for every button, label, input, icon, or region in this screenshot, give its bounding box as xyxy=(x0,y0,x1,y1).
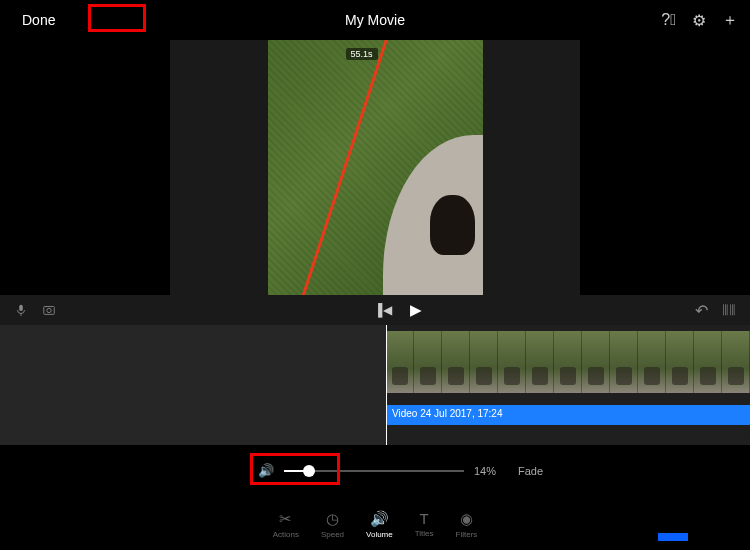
microphone-icon[interactable] xyxy=(14,303,28,317)
annotation-marker xyxy=(658,533,688,541)
volume-control: 🔊 14% Fade xyxy=(258,463,543,478)
app-root: Done My Movie ?⃝ ⚙ ＋ 55.1s ▐◀ xyxy=(0,0,750,550)
volume-slider-thumb[interactable] xyxy=(303,465,315,477)
undo-icon[interactable]: ↶ xyxy=(695,301,708,320)
controls-panel: 🔊 14% Fade ✂ Actions ◷ Speed 🔊 Volume xyxy=(0,445,750,545)
scissors-icon: ✂ xyxy=(279,510,292,528)
svg-point-2 xyxy=(47,308,51,312)
preview-pillarbox-left xyxy=(0,40,170,295)
settings-icon[interactable]: ⚙ xyxy=(692,11,706,30)
tab-label: Titles xyxy=(415,529,434,538)
tab-filters[interactable]: ◉ Filters xyxy=(456,510,478,539)
tab-titles[interactable]: T Titles xyxy=(415,510,434,539)
tab-actions[interactable]: ✂ Actions xyxy=(273,510,299,539)
svg-rect-1 xyxy=(44,307,55,315)
clip-thumbnails[interactable] xyxy=(386,331,750,393)
header: Done My Movie ?⃝ ⚙ ＋ xyxy=(0,0,750,40)
done-button[interactable]: Done xyxy=(12,8,65,32)
transport-toolbar: ▐◀ ▶ ↶ ⦀⦀ xyxy=(0,295,750,325)
help-icon[interactable]: ?⃝ xyxy=(661,11,676,29)
volume-slider[interactable] xyxy=(284,470,464,472)
waveform-icon[interactable]: ⦀⦀ xyxy=(722,301,736,320)
add-icon[interactable]: ＋ xyxy=(722,10,738,31)
play-icon[interactable]: ▶ xyxy=(410,301,422,319)
tab-label: Actions xyxy=(273,530,299,539)
camera-icon[interactable] xyxy=(42,303,56,317)
tab-label: Volume xyxy=(366,530,393,539)
video-content-subject xyxy=(430,195,475,255)
timeline-track[interactable]: ◀ Video 24 Jul 2017, 17:24 xyxy=(386,325,750,445)
timeline[interactable]: ◀ Video 24 Jul 2017, 17:24 xyxy=(0,325,750,445)
tab-label: Filters xyxy=(456,530,478,539)
text-icon: T xyxy=(420,510,429,527)
svg-rect-0 xyxy=(19,305,23,311)
fade-button[interactable]: Fade xyxy=(518,465,543,477)
preview-pillarbox-right xyxy=(580,40,750,295)
project-title: My Movie xyxy=(345,12,405,28)
speedometer-icon: ◷ xyxy=(326,510,339,528)
header-actions: ?⃝ ⚙ ＋ xyxy=(661,10,738,31)
playhead[interactable] xyxy=(386,325,387,445)
tab-volume[interactable]: 🔊 Volume xyxy=(366,510,393,539)
video-preview[interactable]: 55.1s xyxy=(268,40,483,295)
preview-area: 55.1s xyxy=(0,40,750,295)
timeline-empty-left xyxy=(0,325,386,445)
tab-speed[interactable]: ◷ Speed xyxy=(321,510,344,539)
volume-percent: 14% xyxy=(474,465,496,477)
clip-label[interactable]: Video 24 Jul 2017, 17:24 xyxy=(386,405,750,425)
skip-back-icon[interactable]: ▐◀ xyxy=(374,303,392,317)
speaker-icon[interactable]: 🔊 xyxy=(258,463,274,478)
volume-icon: 🔊 xyxy=(370,510,389,528)
tab-label: Speed xyxy=(321,530,344,539)
inspector-tabs: ✂ Actions ◷ Speed 🔊 Volume T Titles ◉ Fi… xyxy=(273,510,478,539)
clip-duration-badge: 55.1s xyxy=(346,48,378,60)
filters-icon: ◉ xyxy=(460,510,473,528)
